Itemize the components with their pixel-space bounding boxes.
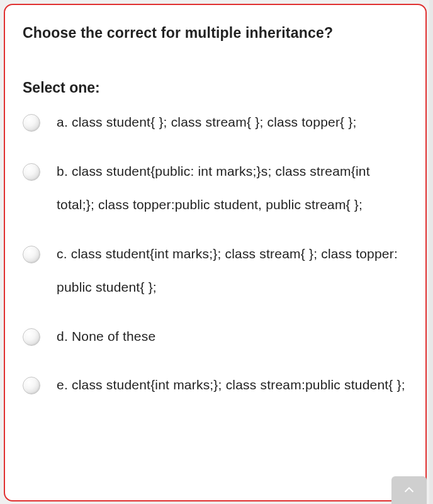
option-b-letter: b. (57, 164, 68, 178)
option-a-body: class student{ }; class stream{ }; class… (72, 115, 357, 129)
option-d-text: d. None of these (57, 319, 155, 353)
radio-c[interactable] (23, 246, 40, 263)
options-list: a. class student{ }; class stream{ }; cl… (23, 114, 408, 402)
option-b[interactable]: b. class student{public: int marks;}s; c… (23, 163, 408, 222)
select-one-label: Select one: (23, 79, 408, 96)
option-a-text: a. class student{ }; class stream{ }; cl… (57, 105, 357, 139)
option-d-body: None of these (72, 329, 155, 343)
radio-b[interactable] (23, 163, 40, 181)
scroll-to-top-button[interactable] (391, 476, 427, 504)
right-edge-strip (429, 0, 433, 504)
chevron-up-icon (402, 483, 416, 497)
option-e-text: e. class student{int marks;}; class stre… (57, 368, 405, 402)
option-c-letter: c. (57, 246, 67, 261)
option-b-body: class student{public: int marks;}s; clas… (57, 164, 370, 212)
question-card: Choose the correct for multiple inherita… (4, 4, 427, 501)
option-c[interactable]: c. class student{int marks;}; class stre… (23, 246, 408, 304)
option-a-letter: a. (57, 115, 68, 129)
option-d[interactable]: d. None of these (23, 328, 408, 353)
option-e[interactable]: e. class student{int marks;}; class stre… (23, 377, 408, 402)
question-text: Choose the correct for multiple inherita… (23, 23, 408, 43)
option-e-body: class student{int marks;}; class stream:… (72, 377, 405, 392)
option-c-text: c. class student{int marks;}; class stre… (57, 237, 408, 304)
option-c-body: class student{int marks;}; class stream{… (57, 246, 398, 295)
option-e-letter: e. (57, 377, 68, 392)
option-d-letter: d. (57, 329, 68, 343)
option-a[interactable]: a. class student{ }; class stream{ }; cl… (23, 114, 408, 139)
radio-e[interactable] (23, 377, 40, 394)
option-b-text: b. class student{public: int marks;}s; c… (57, 154, 408, 222)
radio-a[interactable] (23, 114, 40, 132)
radio-d[interactable] (23, 328, 40, 346)
